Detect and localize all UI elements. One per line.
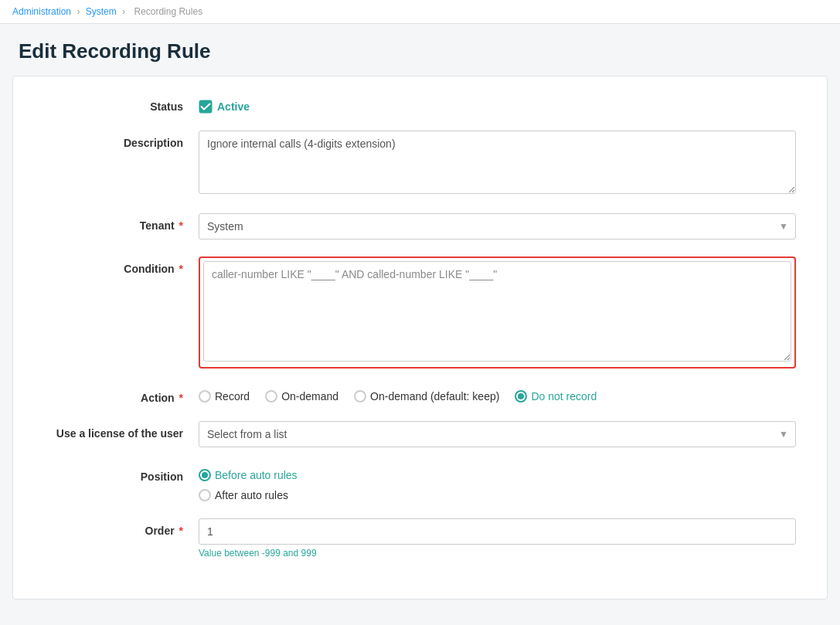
checkbox-icon [199,100,213,114]
condition-highlight-border [199,256,796,369]
condition-field [199,256,796,369]
breadcrumb-administration[interactable]: Administration [12,6,71,17]
tenant-row: Tenant * System ▼ [44,213,796,239]
position-field: Before auto rules After auto rules [199,464,796,501]
position-after-label: After auto rules [215,489,288,501]
action-on-demand-label: On-demand [281,390,338,403]
breadcrumb: Administration › System › Recording Rule… [0,0,840,24]
license-row: Use a license of the user Select from a … [44,421,796,447]
action-on-demand[interactable]: On-demand [265,390,338,403]
order-label: Order * [44,518,199,537]
license-field: Select from a list ▼ [199,421,796,447]
action-do-not-record[interactable]: Do not record [515,390,597,403]
action-on-demand-keep[interactable]: On-demand (default: keep) [354,390,499,403]
position-label: Position [44,464,199,483]
action-radio-group: Record On-demand On-demand (default: kee… [199,386,796,403]
action-record[interactable]: Record [199,390,250,403]
status-field: Active [199,100,796,114]
radio-after-icon [199,489,211,501]
position-before-label: Before auto rules [215,469,298,481]
action-row: Action * Record On-demand On-demand (def… [44,386,796,404]
condition-label: Condition * [44,256,199,275]
description-label: Description [44,131,199,149]
breadcrumb-recording-rules: Recording Rules [134,6,202,17]
tenant-select-wrapper: System ▼ [199,213,796,239]
breadcrumb-system[interactable]: System [86,6,117,17]
tenant-label: Tenant * [44,213,199,232]
description-textarea[interactable] [199,131,796,194]
status-row: Status Active [44,100,796,114]
order-field: Value between -999 and 999 [199,518,796,559]
description-field [199,131,796,196]
status-label: Status [44,100,199,113]
action-record-label: Record [215,390,250,403]
order-row: Order * Value between -999 and 999 [44,518,796,559]
order-input[interactable] [199,518,796,545]
position-before[interactable]: Before auto rules [199,469,796,481]
license-label: Use a license of the user [44,421,199,440]
license-select-wrapper: Select from a list ▼ [199,421,796,447]
order-hint: Value between -999 and 999 [199,548,796,559]
page-title: Edit Recording Rule [0,24,840,76]
condition-textarea[interactable] [203,261,791,362]
tenant-field: System ▼ [199,213,796,239]
action-field: Record On-demand On-demand (default: kee… [199,386,796,403]
action-do-not-record-label: Do not record [531,390,597,403]
status-value: Active [217,100,250,113]
action-on-demand-keep-label: On-demand (default: keep) [370,390,499,403]
tenant-select[interactable]: System [199,213,796,239]
action-label: Action * [44,386,199,404]
form-container: Status Active Description Tenant * [12,76,828,600]
status-checkbox[interactable]: Active [199,100,796,114]
radio-record-icon [199,390,211,403]
position-after[interactable]: After auto rules [199,489,796,501]
license-select[interactable]: Select from a list [199,421,796,447]
condition-row: Condition * [44,256,796,369]
radio-before-icon [199,469,211,481]
radio-on-demand-icon [265,390,277,403]
position-radio-group: Before auto rules After auto rules [199,464,796,501]
radio-do-not-record-icon [515,390,527,403]
position-row: Position Before auto rules After auto ru… [44,464,796,501]
description-row: Description [44,131,796,196]
radio-on-demand-keep-icon [354,390,366,403]
